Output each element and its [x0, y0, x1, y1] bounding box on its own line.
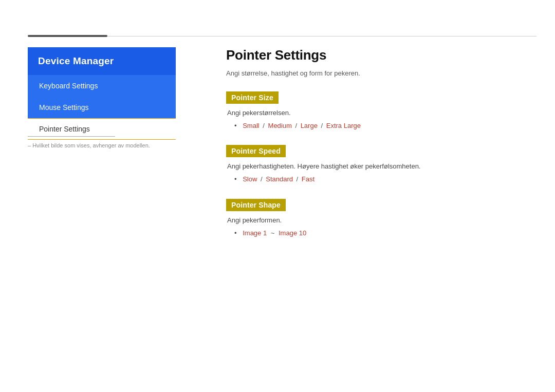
option-small[interactable]: Small: [243, 122, 260, 129]
section-desc-pointer-size: Angi pekerstørrelsen.: [227, 109, 527, 117]
option-large[interactable]: Large: [301, 122, 318, 129]
sidebar-item-mouse[interactable]: Mouse Settings: [28, 97, 176, 118]
option-slow[interactable]: Slow: [243, 175, 257, 183]
option-fast[interactable]: Fast: [302, 175, 314, 183]
section-options-pointer-speed: Slow / Standard / Fast: [234, 173, 527, 185]
list-item: Image 1 ~ Image 10: [234, 227, 527, 239]
sidebar-item-keyboard[interactable]: Keyboard Settings: [28, 75, 176, 97]
section-pointer-speed: Pointer Speed Angi pekerhastigheten. Høy…: [226, 145, 527, 185]
sidebar-title: Device Manager: [38, 55, 114, 66]
section-pointer-size: Pointer Size Angi pekerstørrelsen. Small…: [226, 91, 527, 132]
page-subtitle: Angi størrelse, hastighet og form for pe…: [226, 69, 527, 77]
section-title-pointer-speed: Pointer Speed: [226, 145, 286, 157]
list-item: Slow / Standard / Fast: [234, 173, 527, 185]
option-extra-large[interactable]: Extra Large: [326, 122, 361, 129]
section-options-pointer-shape: Image 1 ~ Image 10: [234, 227, 527, 239]
option-medium[interactable]: Medium: [268, 122, 292, 129]
option-image10[interactable]: Image 10: [279, 229, 306, 237]
list-item: Small / Medium / Large / Extra Large: [234, 120, 527, 132]
sidebar-header: Device Manager: [28, 47, 176, 75]
main-content: Pointer Settings Angi størrelse, hastigh…: [226, 47, 527, 252]
option-standard[interactable]: Standard: [266, 175, 293, 183]
top-bar-accent: [28, 35, 107, 37]
section-title-pointer-shape: Pointer Shape: [226, 199, 286, 211]
sidebar-note: – Hvilket bilde som vises, avhenger av m…: [28, 136, 176, 150]
sidebar-note-text: – Hvilket bilde som vises, avhenger av m…: [28, 142, 176, 150]
option-image1[interactable]: Image 1: [243, 229, 267, 237]
page-title: Pointer Settings: [226, 47, 527, 63]
section-options-pointer-size: Small / Medium / Large / Extra Large: [234, 120, 527, 132]
top-bar: [28, 35, 536, 37]
section-desc-pointer-speed: Angi pekerhastigheten. Høyere hastighet …: [227, 162, 527, 170]
sidebar-note-divider: [28, 136, 115, 137]
section-title-pointer-size: Pointer Size: [226, 91, 279, 104]
top-bar-line: [107, 36, 536, 36]
section-pointer-shape: Pointer Shape Angi pekerformen. Image 1 …: [226, 199, 527, 239]
sidebar: Device Manager Keyboard Settings Mouse S…: [28, 47, 176, 140]
section-desc-pointer-shape: Angi pekerformen.: [227, 216, 527, 224]
